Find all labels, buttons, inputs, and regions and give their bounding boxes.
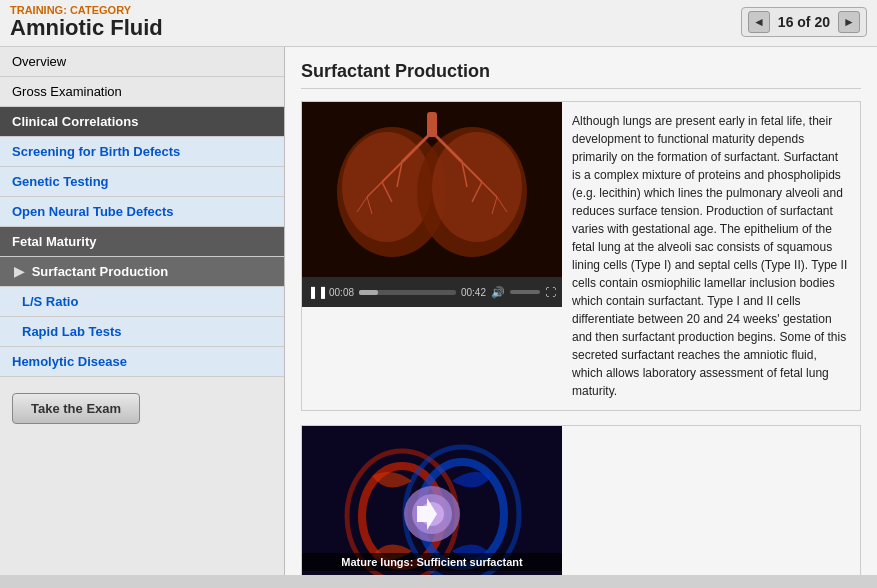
play-pause-button-1[interactable]: ❚❚: [308, 285, 324, 299]
fullscreen-button-1[interactable]: ⛶: [545, 286, 556, 298]
arrow-icon: ▶: [14, 264, 24, 279]
progress-bar-1[interactable]: [359, 290, 456, 295]
video-left-1: ❚❚ 00:08 00:42 🔊 ⛶: [302, 102, 562, 410]
next-button[interactable]: ►: [838, 11, 860, 33]
sidebar-item-label: Genetic Testing: [12, 174, 109, 189]
sidebar-item-label: Overview: [12, 54, 66, 69]
sidebar-item-label: Screening for Birth Defects: [12, 144, 180, 159]
content-inner: ❚❚ 00:08 00:42 🔊 ⛶ Although lungs are pr…: [301, 101, 861, 575]
take-exam-button[interactable]: Take the Exam: [12, 393, 140, 424]
sidebar-item-ls-ratio[interactable]: L/S Ratio: [0, 287, 284, 317]
video-thumbnail-1: [302, 102, 562, 277]
progress-fill-1: [359, 290, 378, 295]
sidebar-item-label: Rapid Lab Tests: [22, 324, 121, 339]
sidebar-item-neural-tube[interactable]: Open Neural Tube Defects: [0, 197, 284, 227]
nav-count: 16 of 20: [774, 14, 834, 30]
sidebar-item-label: Open Neural Tube Defects: [12, 204, 174, 219]
header-left: TRAINING: CATEGORY Amniotic Fluid: [10, 4, 163, 40]
sidebar-item-fetal-maturity[interactable]: Fetal Maturity: [0, 227, 284, 257]
video-caption-2: Mature lungs: Sufficient surfactant: [302, 553, 562, 571]
sidebar-item-label: Fetal Maturity: [12, 234, 97, 249]
sidebar-item-label: Surfactant Production: [32, 264, 169, 279]
sidebar-item-clinical-corr[interactable]: Clinical Correlations: [0, 107, 284, 137]
time-total-1: 00:42: [461, 287, 486, 298]
svg-rect-19: [427, 112, 437, 137]
nav-controls: ◄ 16 of 20 ►: [741, 7, 867, 37]
header: TRAINING: CATEGORY Amniotic Fluid ◄ 16 o…: [0, 0, 877, 47]
sidebar-item-surfactant[interactable]: ▶ Surfactant Production: [0, 257, 284, 287]
svg-point-4: [432, 132, 522, 242]
page-title: Amniotic Fluid: [10, 16, 163, 40]
volume-bar-1[interactable]: [510, 290, 540, 294]
video-left-2: Mature lungs: Sufficient surfactant ❚❚ 0…: [302, 426, 562, 575]
prev-button[interactable]: ◄: [748, 11, 770, 33]
video-row-1: ❚❚ 00:08 00:42 🔊 ⛶ Although lungs are pr…: [301, 101, 861, 411]
exam-btn-container: Take the Exam: [0, 381, 284, 436]
time-current-1: 00:08: [329, 287, 354, 298]
sidebar-item-label: L/S Ratio: [22, 294, 78, 309]
sidebar: Overview Gross Examination Clinical Corr…: [0, 47, 285, 575]
content-title: Surfactant Production: [301, 61, 861, 89]
video-controls-1: ❚❚ 00:08 00:42 🔊 ⛶: [302, 277, 562, 307]
sidebar-item-label: Gross Examination: [12, 84, 122, 99]
description-text: Although lungs are present early in feta…: [562, 102, 860, 410]
video-thumbnail-2: Mature lungs: Sufficient surfactant: [302, 426, 562, 575]
main-layout: Overview Gross Examination Clinical Corr…: [0, 47, 877, 575]
sidebar-item-hemolytic[interactable]: Hemolytic Disease: [0, 347, 284, 377]
sidebar-item-screening[interactable]: Screening for Birth Defects: [0, 137, 284, 167]
sidebar-item-overview[interactable]: Overview: [0, 47, 284, 77]
sidebar-item-gross-exam[interactable]: Gross Examination: [0, 77, 284, 107]
video-row-2: Mature lungs: Sufficient surfactant ❚❚ 0…: [301, 425, 861, 575]
sidebar-item-label: Hemolytic Disease: [12, 354, 127, 369]
sidebar-item-label: Clinical Correlations: [12, 114, 138, 129]
volume-icon-1[interactable]: 🔊: [491, 286, 505, 299]
content-area: Surfactant Production: [285, 47, 877, 575]
sidebar-item-genetic[interactable]: Genetic Testing: [0, 167, 284, 197]
sidebar-item-rapid-lab[interactable]: Rapid Lab Tests: [0, 317, 284, 347]
